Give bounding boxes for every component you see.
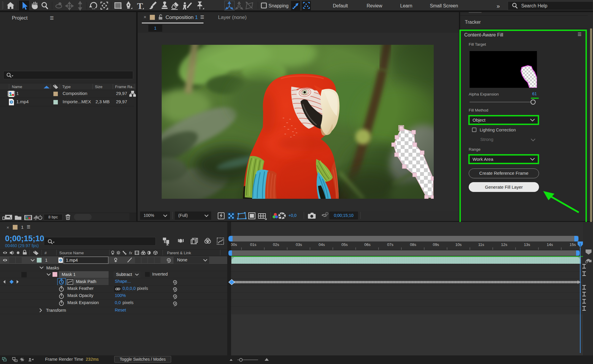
svg-text:Review: Review	[367, 3, 382, 8]
svg-text:Parent & Link: Parent & Link	[167, 251, 191, 255]
svg-text:01s: 01s	[250, 242, 256, 247]
svg-text:fx: fx	[129, 251, 133, 255]
svg-text:02s: 02s	[273, 242, 279, 247]
svg-text:07s: 07s	[387, 242, 393, 247]
svg-text:Snapping: Snapping	[268, 3, 289, 8]
svg-text:06s: 06s	[364, 242, 371, 247]
svg-text:13s: 13s	[524, 242, 530, 247]
svg-text:03s: 03s	[296, 242, 302, 247]
svg-text:1.mp4: 1.mp4	[66, 258, 78, 263]
svg-text:14s: 14s	[547, 242, 553, 247]
svg-text:Masks: Masks	[46, 265, 59, 270]
svg-text:05s: 05s	[341, 242, 348, 247]
svg-text:1: 1	[45, 258, 47, 263]
svg-text:04s: 04s	[319, 242, 325, 247]
svg-text:15s: 15s	[570, 242, 576, 247]
svg-text:Source Name: Source Name	[59, 251, 84, 255]
svg-text:Default: Default	[333, 3, 348, 8]
svg-text:T: T	[137, 1, 143, 11]
svg-text:Search Help: Search Help	[521, 3, 547, 8]
svg-text:0:00s: 0:00s	[231, 242, 237, 247]
svg-text:09s: 09s	[433, 242, 439, 247]
svg-text:08s: 08s	[410, 242, 416, 247]
svg-text:»: »	[497, 3, 500, 9]
svg-text:#: #	[44, 251, 47, 255]
svg-text:12s: 12s	[501, 242, 507, 247]
svg-text:11s: 11s	[478, 242, 484, 247]
svg-text:Learn: Learn	[400, 3, 412, 8]
svg-text:Small Screen: Small Screen	[430, 3, 458, 8]
svg-text:10s: 10s	[455, 242, 462, 247]
